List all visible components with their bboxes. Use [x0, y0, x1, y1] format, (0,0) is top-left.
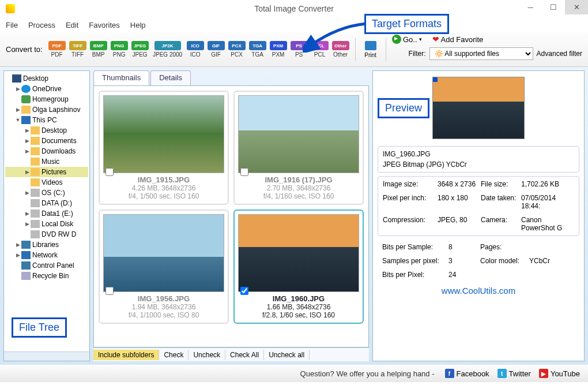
format-pcl[interactable]: PCLPCL — [310, 41, 330, 58]
format-bmp[interactable]: BMPBMP — [89, 41, 108, 58]
tree-item[interactable]: DVD RW D — [5, 229, 88, 240]
format-icon: GIF — [208, 41, 225, 50]
print-button[interactable]: Print — [360, 41, 381, 58]
twitter-link[interactable]: tTwitter — [497, 369, 531, 378]
tree-item[interactable]: ▶Olga Lapshinov — [5, 104, 88, 115]
tree-item[interactable]: ▶Data1 (E:) — [5, 208, 88, 219]
thumbnail-checkbox[interactable] — [105, 168, 114, 176]
format-icon: PS — [291, 41, 308, 50]
format-png[interactable]: PNGPNG — [110, 41, 129, 58]
format-tiff[interactable]: TIFFTIFF — [68, 41, 88, 58]
uncheck-button[interactable]: Uncheck — [189, 350, 225, 360]
check-all-button[interactable]: Check All — [225, 350, 264, 360]
thumbnail-card[interactable]: IMG_1956.JPG1.94 MB, 3648x2736f/4, 1/100… — [99, 210, 229, 324]
go-icon — [392, 35, 401, 44]
thumbnail-checkbox[interactable] — [105, 287, 114, 295]
thumbnail-checkbox[interactable] — [240, 287, 248, 295]
thumbnail-card[interactable]: IMG_1915.JPG4.26 MB, 3648x2736f/4, 1/500… — [99, 91, 229, 205]
facebook-link[interactable]: fFacebook — [445, 369, 489, 378]
youtube-link[interactable]: ▶YouTube — [539, 369, 580, 378]
expand-icon[interactable]: ▼ — [14, 117, 21, 123]
thumbnail-checkbox[interactable] — [240, 168, 248, 176]
website-link[interactable]: www.CoolUtils.com — [378, 286, 579, 296]
maximize-button[interactable]: ☐ — [542, 0, 565, 14]
tree-item[interactable]: ▶Downloads — [5, 146, 88, 156]
menu-process[interactable]: Process — [28, 21, 55, 29]
include-subfolders-toggle[interactable]: Include subfolders — [93, 350, 159, 360]
check-button[interactable]: Check — [159, 350, 189, 360]
app-icon — [6, 4, 15, 13]
thumbnail-card[interactable]: IMG_1960.JPG1.66 MB, 3648x2736f/2.8, 1/6… — [233, 210, 364, 324]
format-pdf[interactable]: PDFPDF — [47, 41, 67, 58]
format-pcx[interactable]: PCXPCX — [227, 41, 247, 58]
tree-item[interactable]: ▼This PC — [5, 115, 88, 125]
net-icon — [21, 251, 31, 259]
expand-icon[interactable]: ▶ — [14, 252, 21, 258]
format-other[interactable]: OtherOther — [331, 41, 350, 58]
format-jpeg[interactable]: JPEGJPEG — [130, 41, 150, 58]
expand-icon[interactable]: ▶ — [14, 242, 21, 248]
menu-file[interactable]: File — [6, 21, 18, 29]
expand-icon[interactable]: ▶ — [24, 128, 31, 133]
separator — [386, 38, 386, 61]
format-pxm[interactable]: PXMPXM — [269, 41, 288, 58]
tree-item[interactable]: ▶Network — [5, 250, 88, 260]
tree-item[interactable]: Recycle Bin — [5, 271, 88, 281]
tree-item[interactable]: ▶Desktop — [5, 125, 88, 136]
tree-item[interactable]: ▶Local Disk — [5, 219, 88, 229]
uncheck-all-button[interactable]: Uncheck all — [264, 350, 310, 360]
go-button[interactable]: Go..▾ — [392, 35, 422, 44]
expand-icon[interactable]: ▶ — [24, 169, 31, 175]
pc-icon — [21, 116, 31, 124]
tree-item[interactable]: ▶Pictures — [5, 167, 88, 177]
format-icon: PNG — [111, 41, 128, 50]
expand-icon[interactable]: ▶ — [24, 148, 31, 154]
preview-panel: IMG_1960.JPG JPEG Bitmap (JPG) YCbCr Ima… — [372, 70, 585, 361]
expand-icon[interactable]: ▶ — [24, 190, 31, 196]
tab-details[interactable]: Details — [150, 70, 191, 85]
tree-item[interactable]: ▶Libraries — [5, 240, 88, 250]
advanced-filter-link[interactable]: Advanced filter — [537, 50, 582, 58]
expand-icon[interactable]: ▶ — [24, 138, 31, 144]
expand-icon[interactable]: ▶ — [24, 211, 31, 216]
filter-select[interactable]: 🔆 All supported files — [429, 47, 533, 60]
thumbnail-image — [103, 95, 224, 173]
format-tga[interactable]: TGATGA — [248, 41, 267, 58]
tree-item[interactable]: Desktop — [5, 73, 88, 84]
menu-edit[interactable]: Edit — [66, 21, 78, 29]
expand-icon[interactable]: ▶ — [14, 86, 21, 92]
format-gif[interactable]: GIFGIF — [206, 41, 226, 58]
thumbnail-card[interactable]: IMG_1916 (17).JPG2.70 MB, 3648x2736f/4, … — [233, 91, 364, 205]
tree-item[interactable]: ▶OneDrive — [5, 84, 88, 94]
printer-icon — [365, 41, 376, 50]
tab-thumbnails[interactable]: Thumbnails — [93, 70, 149, 85]
format-ps[interactable]: PSPS — [289, 41, 309, 58]
expand-icon[interactable]: ▶ — [14, 107, 21, 113]
format-jpeg2000[interactable]: JP2KJPEG 2000 — [151, 41, 184, 58]
tree-item[interactable]: Videos — [5, 177, 88, 188]
menu-favorites[interactable]: Favorites — [89, 21, 119, 29]
expand-icon[interactable]: ▶ — [24, 221, 31, 227]
add-favorite-button[interactable]: ❤ Add Favorite — [432, 35, 484, 44]
tree-item[interactable]: ▶OS (C:) — [5, 188, 88, 198]
tree-item[interactable]: Homegroup — [5, 94, 88, 104]
close-button[interactable]: ✕ — [565, 0, 588, 14]
format-icon: PCL — [311, 41, 329, 50]
thumbnail-size: 2.70 MB, 3648x2736 — [238, 184, 359, 192]
tree-item[interactable]: Control Panel — [5, 260, 88, 271]
cp-icon — [21, 261, 31, 270]
thumbnail-size: 4.26 MB, 3648x2736 — [103, 184, 224, 192]
thumbnail-exif: f/4, 1/500 sec, ISO 160 — [103, 192, 224, 200]
minimize-button[interactable]: ─ — [519, 0, 542, 14]
menu-help[interactable]: Help — [130, 21, 146, 29]
folder-tree[interactable]: Desktop▶OneDriveHomegroup▶Olga Lapshinov… — [3, 70, 90, 361]
info-label: Image size: — [383, 180, 438, 188]
title-bar: Total Image Converter ─ ☐ ✕ — [0, 0, 588, 17]
info-label: File size: — [481, 180, 521, 188]
info-label — [480, 271, 529, 279]
format-ico[interactable]: ICOICO — [186, 41, 205, 58]
horizontal-scrollbar[interactable] — [4, 351, 89, 361]
tree-item[interactable]: ▶Documents — [5, 136, 88, 146]
tree-item[interactable]: Music — [5, 156, 88, 167]
tree-item[interactable]: DATA (D:) — [5, 198, 88, 208]
